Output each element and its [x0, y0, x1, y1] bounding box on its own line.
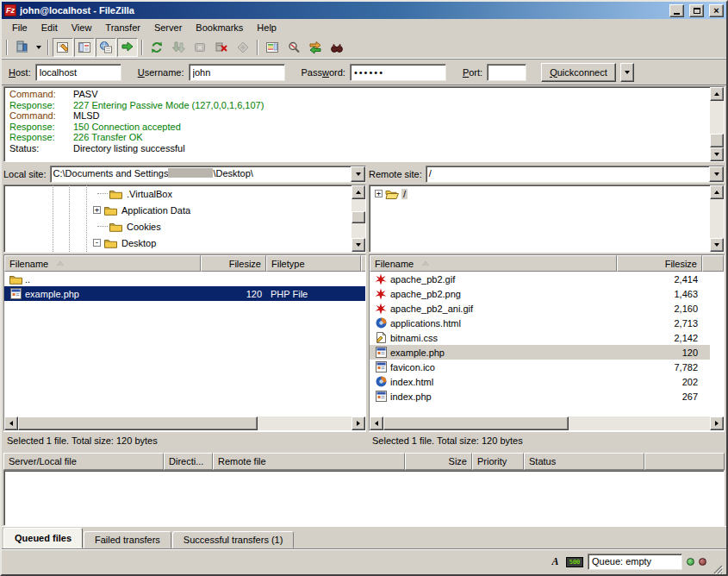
file-row[interactable]: bitnami.css 2,142 [370, 330, 710, 345]
scroll-right-icon[interactable] [710, 416, 724, 430]
local-h-scrollbar[interactable] [4, 416, 365, 430]
local-list-body[interactable]: .. example.php 120 PHP File 1 [4, 272, 365, 416]
quickconnect-dropdown[interactable] [620, 63, 634, 82]
column-header-blank [644, 453, 725, 470]
tree-item-application-data[interactable]: + Application Data [4, 202, 365, 218]
find-files-button[interactable] [327, 38, 347, 57]
column-header-status[interactable]: Status [524, 453, 644, 470]
refresh-button[interactable] [146, 38, 167, 57]
maximize-button[interactable] [689, 4, 704, 17]
column-header-direction[interactable]: Directi... [164, 453, 213, 470]
local-tree-scrollbar[interactable] [352, 185, 365, 252]
toggle-message-log-button[interactable] [53, 38, 73, 57]
title-bar[interactable]: Fz john@localhost - FileZilla × [2, 2, 726, 19]
tree-item-cookies[interactable]: Cookies [4, 218, 365, 235]
filter-button[interactable] [283, 38, 304, 57]
log-line: Response:227 Entering Passive Mode (127,… [9, 100, 706, 111]
port-input[interactable] [487, 64, 526, 81]
column-header-filesize[interactable]: Filesize [201, 255, 266, 272]
password-input[interactable] [350, 64, 446, 81]
file-row[interactable]: index.php 267 [370, 389, 710, 404]
close-button[interactable]: × [709, 4, 724, 17]
toggle-local-tree-button[interactable] [74, 38, 95, 57]
menu-server[interactable]: Server [147, 21, 189, 34]
column-header-priority[interactable]: Priority [472, 453, 524, 470]
username-input[interactable] [189, 64, 285, 81]
remote-list-body[interactable]: apache_pb2.gif 2,414 apache_pb2.png 1,46… [370, 272, 710, 416]
scroll-left-icon[interactable] [4, 416, 18, 430]
scroll-up-icon[interactable] [710, 87, 724, 101]
remote-tree[interactable]: + / [369, 185, 725, 253]
site-manager-icon [15, 40, 29, 54]
menu-view[interactable]: View [65, 21, 99, 34]
expand-icon[interactable]: + [375, 190, 383, 197]
directory-comparison-button[interactable] [262, 38, 283, 57]
scroll-left-icon[interactable] [370, 416, 383, 430]
menu-bookmarks[interactable]: Bookmarks [189, 21, 250, 34]
reconnect-button[interactable] [233, 38, 253, 57]
scroll-up-icon[interactable] [352, 185, 365, 199]
menu-edit[interactable]: Edit [34, 21, 65, 34]
tree-item-virtualbox[interactable]: .VirtualBox [4, 185, 365, 202]
column-header-filename[interactable]: Filename [370, 255, 617, 272]
scroll-down-icon[interactable] [710, 238, 724, 252]
queue-body[interactable] [3, 470, 725, 526]
file-row[interactable]: apache_pb2.png 1,463 [370, 286, 710, 301]
file-row-selected[interactable]: example.php 120 [370, 345, 710, 360]
scrollbar-thumb[interactable] [383, 416, 569, 430]
message-log[interactable]: Command:PASV Response:227 Entering Passi… [3, 86, 725, 162]
site-manager-dropdown[interactable] [33, 38, 44, 57]
column-header-filename[interactable]: Filename [4, 255, 201, 272]
speed-limits-icon[interactable]: 500 [566, 557, 583, 567]
menu-help[interactable]: Help [250, 21, 283, 34]
column-header-remote-file[interactable]: Remote file [213, 453, 405, 470]
scrollbar-thumb[interactable] [18, 416, 258, 430]
process-queue-button[interactable] [168, 38, 189, 57]
file-row[interactable]: apache_pb2_ani.gif 2,160 [370, 301, 710, 316]
file-row[interactable]: index.html 202 [370, 374, 710, 389]
minimize-button[interactable] [669, 4, 684, 17]
tab-successful-transfers[interactable]: Successful transfers (1) [172, 531, 295, 548]
file-row[interactable]: favicon.ico 7,782 [370, 360, 710, 374]
transfer-type-icon[interactable]: A [549, 555, 562, 568]
synchronized-browsing-button[interactable] [305, 38, 326, 57]
quickconnect-button[interactable]: Quickconnect [541, 63, 616, 82]
scroll-right-icon[interactable] [352, 416, 365, 430]
tab-failed-transfers[interactable]: Failed transfers [84, 531, 171, 548]
column-header-filesize[interactable]: Filesize [617, 255, 702, 272]
column-header-server-local-file[interactable]: Server/Local file [3, 453, 164, 470]
file-row[interactable]: apache_pb2.gif 2,414 [370, 272, 710, 286]
local-path-dropdown[interactable] [351, 166, 365, 182]
scroll-down-icon[interactable] [710, 147, 724, 161]
site-manager-button[interactable] [11, 38, 32, 57]
tree-item-root[interactable]: + / [370, 185, 724, 202]
expand-icon[interactable]: + [93, 206, 101, 214]
local-path-combo[interactable]: C:\Documents and Settings\Desktop\ [50, 166, 366, 183]
tree-item-desktop[interactable]: - Desktop [4, 235, 365, 251]
scrollbar-thumb[interactable] [352, 211, 365, 223]
scroll-up-icon[interactable] [710, 185, 724, 199]
remote-h-scrollbar[interactable] [370, 416, 724, 430]
local-tree[interactable]: .VirtualBox + Application Data Cookies -… [3, 185, 366, 253]
log-scrollbar[interactable] [710, 87, 724, 161]
remote-tree-scrollbar[interactable] [710, 185, 724, 252]
file-row-parent-dir[interactable]: .. [4, 272, 365, 286]
toggle-remote-tree-button[interactable] [96, 38, 116, 57]
toggle-queue-button[interactable] [117, 38, 138, 57]
resize-grip[interactable] [711, 562, 723, 574]
scrollbar-thumb[interactable] [710, 134, 724, 147]
remote-path-dropdown[interactable] [709, 166, 724, 182]
menu-file[interactable]: File [5, 21, 34, 34]
tab-queued-files[interactable]: Queued files [3, 528, 83, 548]
host-input[interactable] [35, 64, 121, 81]
file-row[interactable]: applications.html 2,713 [370, 316, 710, 330]
file-row-example-php[interactable]: example.php 120 PHP File 1 [4, 286, 365, 301]
collapse-icon[interactable]: - [93, 239, 101, 247]
remote-path-combo[interactable]: / [426, 166, 725, 183]
scroll-down-icon[interactable] [352, 238, 365, 252]
cancel-button[interactable] [190, 38, 210, 57]
column-header-size[interactable]: Size [405, 453, 472, 470]
menu-transfer[interactable]: Transfer [98, 21, 147, 34]
column-header-filetype[interactable]: Filetype [266, 255, 361, 272]
disconnect-button[interactable] [211, 38, 232, 57]
